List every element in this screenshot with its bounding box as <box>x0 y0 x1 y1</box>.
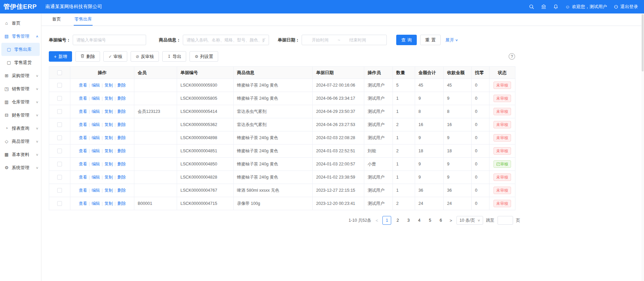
user-welcome[interactable]: ☺ 欢迎您，测试用户 <box>565 4 607 10</box>
row-action-edit[interactable]: 编辑 <box>92 149 100 153</box>
unaudit-button[interactable]: ⊘ 反审核 <box>131 51 159 62</box>
page-button-1[interactable]: 1 <box>382 216 391 225</box>
row-action-delete[interactable]: 删除 <box>117 83 126 88</box>
row-checkbox[interactable] <box>57 188 62 193</box>
row-action-copy[interactable]: 复制 <box>104 96 113 101</box>
page-button-4[interactable]: 4 <box>415 216 423 225</box>
search-icon[interactable] <box>529 4 534 9</box>
reset-button[interactable]: 重置 <box>420 35 441 45</box>
row-action-copy[interactable]: 复制 <box>104 162 113 166</box>
logout-button[interactable]: 退出登录 <box>614 4 638 10</box>
row-action-view[interactable]: 查看 <box>79 83 87 88</box>
row-action-edit[interactable]: 编辑 <box>92 135 100 140</box>
row-checkbox[interactable] <box>57 149 62 153</box>
next-page-icon[interactable]: > <box>448 218 453 223</box>
row-action-edit[interactable]: 编辑 <box>92 83 100 88</box>
jump-page-input[interactable] <box>498 216 513 225</box>
row-action-delete[interactable]: 删除 <box>117 109 126 114</box>
sidebar-item-retail-outbound[interactable]: ▢零售出库 <box>1 43 40 56</box>
bank-icon[interactable] <box>541 4 546 9</box>
row-action-view[interactable]: 查看 <box>79 201 87 206</box>
row-action-edit[interactable]: 编辑 <box>92 162 100 166</box>
page-button-3[interactable]: 3 <box>404 216 413 225</box>
row-action-delete[interactable]: 删除 <box>117 175 126 180</box>
sidebar-item-home[interactable]: ⌂首页 <box>0 17 41 30</box>
sidebar-item-retail[interactable]: ▤零售管理∧ <box>0 30 41 43</box>
sidebar-item-report[interactable]: ◔报表查询∨ <box>0 122 41 135</box>
product-info-input[interactable] <box>183 35 269 45</box>
sidebar-item-sales[interactable]: ◳销售管理∨ <box>0 82 41 95</box>
row-action-copy[interactable]: 复制 <box>104 83 113 88</box>
row-action-view[interactable]: 查看 <box>79 149 87 153</box>
page-size-select[interactable]: 10 条/页 ∨ <box>456 216 483 225</box>
tab-retail-outbound[interactable]: 零售出库 <box>74 13 93 26</box>
row-action-view[interactable]: 查看 <box>79 175 87 180</box>
row-action-copy[interactable]: 复制 <box>104 135 113 140</box>
row-action-copy[interactable]: 复制 <box>104 175 113 180</box>
scrollbar-thumb[interactable] <box>642 14 644 71</box>
sidebar-item-finance[interactable]: ⊟财务管理∨ <box>0 108 41 122</box>
tab-home[interactable]: 首页 <box>52 13 62 26</box>
row-action-view[interactable]: 查看 <box>79 162 87 166</box>
date-end-input[interactable] <box>342 38 373 42</box>
sidebar-item-system[interactable]: ⚙系统管理∨ <box>0 161 41 174</box>
prev-page-icon[interactable]: < <box>374 218 380 223</box>
row-action-copy[interactable]: 复制 <box>104 201 113 206</box>
select-all-checkbox[interactable] <box>57 70 62 75</box>
page-button-2[interactable]: 2 <box>393 216 402 225</box>
row-action-delete[interactable]: 删除 <box>117 96 126 101</box>
row-checkbox[interactable] <box>57 135 62 140</box>
delete-button[interactable]: 删除 <box>75 51 100 62</box>
expand-link[interactable]: 展开 ∨ <box>445 37 458 43</box>
date-start-input[interactable] <box>305 38 336 42</box>
row-action-copy[interactable]: 复制 <box>104 109 113 114</box>
add-button[interactable]: + 新增 <box>49 51 72 62</box>
row-checkbox[interactable] <box>57 122 62 127</box>
row-checkbox[interactable] <box>57 201 62 206</box>
window-scrollbar[interactable] <box>641 13 644 281</box>
cell-operator: 测试用户 <box>364 105 393 118</box>
row-checkbox[interactable] <box>57 96 62 101</box>
audit-button[interactable]: ✓ 审核 <box>103 51 127 62</box>
sidebar-item-retail-return[interactable]: ▢零售退货 <box>1 56 40 69</box>
sidebar-item-warehouse[interactable]: ▥仓库管理∨ <box>0 95 41 108</box>
row-checkbox[interactable] <box>57 162 62 166</box>
row-action-delete[interactable]: 删除 <box>117 135 126 140</box>
row-action-edit[interactable]: 编辑 <box>92 201 100 206</box>
row-action-edit[interactable]: 编辑 <box>92 122 100 127</box>
help-icon[interactable]: ? <box>509 53 515 60</box>
row-action-view[interactable]: 查看 <box>79 96 87 101</box>
row-action-view[interactable]: 查看 <box>79 135 87 140</box>
column-settings-button[interactable]: ⚙ 列设置 <box>190 51 218 62</box>
row-action-delete[interactable]: 删除 <box>117 149 126 153</box>
sidebar-item-base[interactable]: ▦基本资料∨ <box>0 148 41 161</box>
row-action-view[interactable]: 查看 <box>79 188 87 193</box>
sidebar-item-goods[interactable]: ◇商品管理∨ <box>0 135 41 148</box>
row-action-edit[interactable]: 编辑 <box>92 188 100 193</box>
row-action-copy[interactable]: 复制 <box>104 149 113 153</box>
export-button[interactable]: ↧ 导出 <box>162 51 186 62</box>
page-button-6[interactable]: 6 <box>436 216 445 225</box>
row-action-delete[interactable]: 删除 <box>117 201 126 206</box>
row-action-edit[interactable]: 编辑 <box>92 109 100 114</box>
row-action-delete[interactable]: 删除 <box>117 122 126 127</box>
row-action-view[interactable]: 查看 <box>79 122 87 127</box>
bell-icon[interactable] <box>553 4 558 9</box>
row-action-edit[interactable]: 编辑 <box>92 175 100 180</box>
row-checkbox[interactable] <box>57 175 62 180</box>
product-info-label: 商品信息： <box>159 37 181 43</box>
row-action-view[interactable]: 查看 <box>79 109 87 114</box>
bill-no-input[interactable] <box>73 35 146 45</box>
sidebar-item-purchase[interactable]: ⊞采购管理∨ <box>0 69 41 82</box>
row-action-delete[interactable]: 删除 <box>117 188 126 193</box>
row-action-delete[interactable]: 删除 <box>117 162 126 166</box>
row-checkbox[interactable] <box>57 83 62 88</box>
search-button[interactable]: 查询 <box>396 35 417 45</box>
cell-amount: 9 <box>415 131 444 145</box>
page-button-5[interactable]: 5 <box>426 216 434 225</box>
row-action-copy[interactable]: 复制 <box>104 188 113 193</box>
row-action-edit[interactable]: 编辑 <box>92 96 100 101</box>
row-action-copy[interactable]: 复制 <box>104 122 113 127</box>
date-range-picker[interactable]: ~ <box>302 35 387 45</box>
row-checkbox[interactable] <box>57 109 62 114</box>
